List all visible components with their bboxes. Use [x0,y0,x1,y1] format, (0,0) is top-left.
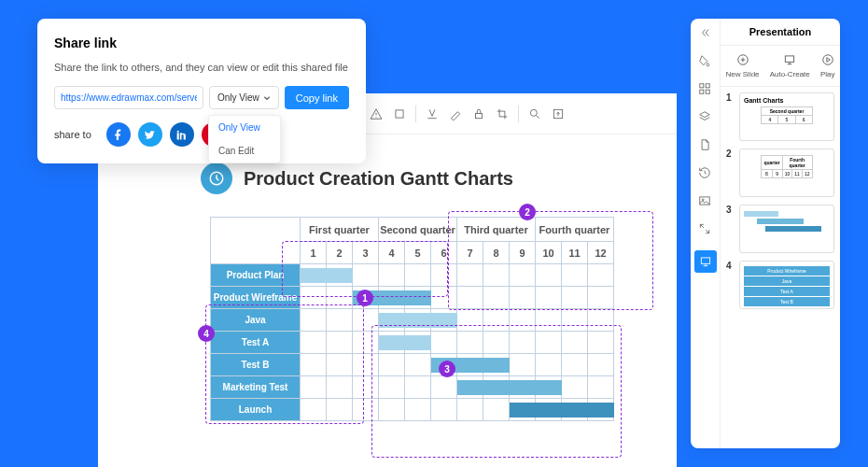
slide-number: 3 [726,205,734,253]
share-title: Share link [54,35,349,50]
export-icon[interactable] [551,106,566,121]
slide-thumb[interactable]: 4 Product Wireframe Java Test A Test B [726,261,834,309]
thumb-q: quarter [762,156,782,170]
image-icon[interactable] [698,194,713,209]
share-subtitle: Share the link to others, and they can v… [54,62,349,73]
thumb-row: Test A [744,287,830,296]
auto-create-button[interactable]: Auto-Create [770,53,810,78]
collapse-icon[interactable] [698,26,713,41]
marker-icon[interactable] [448,106,463,121]
action-label: Play [820,70,835,78]
chevron-down-icon [263,94,271,102]
svg-rect-2 [396,109,403,117]
history-icon[interactable] [698,166,713,181]
lock-icon[interactable] [471,106,486,121]
share-to-label: share to [54,129,91,140]
permission-selected: Only View [217,92,259,103]
permission-dropdown: Only View Can Edit [208,115,281,163]
thumb-cell: 11 [792,170,803,178]
share-twitter-icon[interactable] [138,122,162,147]
callout-badge: 4 [198,325,215,342]
callout-box-4 [205,304,364,424]
permission-option[interactable]: Can Edit [209,139,280,163]
search-icon[interactable] [527,106,542,121]
presentation-icon[interactable] [694,250,717,273]
play-button[interactable]: Play [820,53,835,78]
thumb-q: Fourth quarter [782,156,812,170]
bucket-icon[interactable] [698,54,713,69]
svg-rect-13 [701,258,709,263]
warning-icon[interactable] [369,106,384,121]
svg-point-4 [530,109,537,116]
svg-rect-7 [699,84,703,88]
share-facebook-icon[interactable] [106,122,131,147]
slide-thumb[interactable]: 1 Gantt Charts Second quarter 456 [726,92,834,141]
separator [518,106,519,122]
side-strip [691,19,721,448]
callout-box-3 [371,325,622,458]
new-slide-button[interactable]: New Slide [726,53,760,78]
action-label: Auto-Create [770,70,810,78]
quarter-header: Second quarter [379,218,457,242]
thumb-title: Gantt Charts [744,97,830,104]
svg-rect-8 [706,84,709,88]
share-modal: Share link Share the link to others, and… [37,19,366,163]
callout-box-1 [282,241,448,297]
share-url-input[interactable] [54,86,203,109]
presentation-panel: Presentation New Slide Auto-Create Play … [691,19,840,448]
thumb-cell: 4 [762,116,778,124]
grid-icon[interactable] [698,82,713,97]
chart-title: Product Creation Gantt Charts [244,168,513,190]
slide-thumb[interactable]: 3 [726,205,834,253]
slide-number: 1 [726,92,734,141]
baseline-icon[interactable] [425,106,440,121]
separator [415,106,416,122]
svg-rect-9 [699,90,703,93]
crop-icon[interactable] [495,106,510,121]
thumb-cell: 5 [778,116,795,124]
callout-box-2 [448,211,653,310]
svg-point-16 [822,55,833,65]
thumb-cell: 9 [772,170,782,178]
panel-title: Presentation [721,19,840,46]
expand-icon[interactable] [698,222,713,237]
thumb-q: Second quarter [762,107,812,116]
action-label: New Slide [726,70,760,78]
svg-rect-10 [706,90,709,93]
thumb-row: Product Wireframe [744,266,830,276]
clock-icon [201,163,232,194]
page-icon[interactable] [698,138,713,153]
slide-thumb[interactable]: 2 quarterFourth quarter 89101112 [726,149,834,197]
permission-option[interactable]: Only View [209,116,280,139]
layers-icon[interactable] [698,110,713,125]
fill-icon[interactable] [392,106,407,121]
callout-badge: 2 [519,204,536,220]
permission-select[interactable]: Only View Only View Can Edit [209,86,279,109]
quarter-header: First quarter [301,218,379,242]
slides-list: 1 Gantt Charts Second quarter 456 2 quar… [721,87,840,448]
thumb-cell: 12 [802,170,812,178]
svg-rect-3 [476,113,483,118]
thumb-row: Java [744,276,830,286]
slide-number: 2 [726,149,734,197]
callout-badge: 3 [439,361,455,377]
thumb-cell: 6 [795,116,812,124]
slide-number: 4 [726,261,734,309]
thumb-cell: 8 [762,170,772,178]
thumb-row: Test B [744,297,830,306]
share-linkedin-icon[interactable] [170,122,194,147]
thumb-cell: 10 [782,170,792,178]
copy-link-button[interactable]: Copy link [285,86,349,109]
svg-rect-15 [786,56,794,62]
